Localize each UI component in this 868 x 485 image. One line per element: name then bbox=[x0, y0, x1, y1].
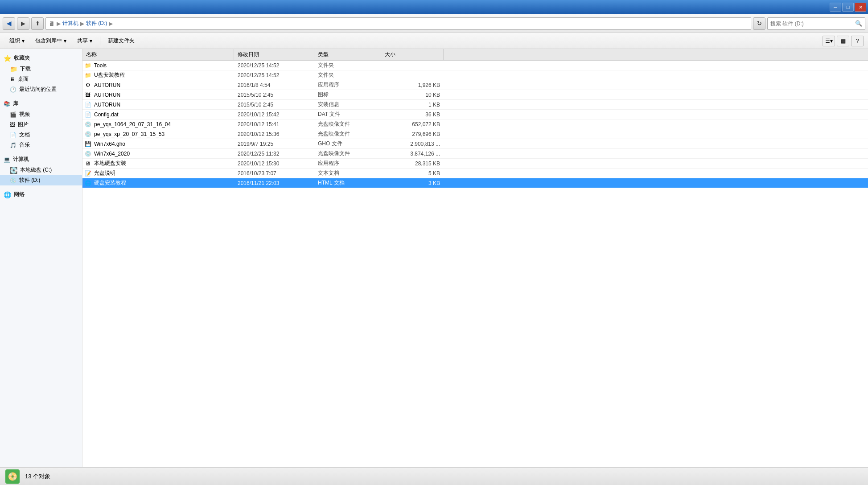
table-row[interactable]: 🖥 本地硬盘安装 2020/10/12 15:30 应用程序 28,315 KB bbox=[82, 159, 868, 169]
file-date: 2020/12/25 14:52 bbox=[234, 72, 314, 78]
file-date: 2020/12/25 14:52 bbox=[234, 62, 314, 69]
minimize-button[interactable]: ─ bbox=[830, 3, 841, 12]
breadcrumb-drive[interactable]: 软件 (D:) bbox=[86, 20, 107, 27]
file-name: pe_yqs_1064_20_07_31_16_04 bbox=[94, 121, 171, 127]
sidebar-item-desktop[interactable]: 🖥 桌面 bbox=[0, 74, 82, 84]
table-row[interactable]: 💿 pe_yqs_xp_20_07_31_15_53 2020/10/12 15… bbox=[82, 129, 868, 139]
table-row[interactable]: 📄 AUTORUN 2015/5/10 2:45 安装信息 1 KB bbox=[82, 100, 868, 110]
main-layout: ⭐ 收藏夹 📁 下载 🖥 桌面 🕐 最近访问的位置 📚 库 bbox=[0, 49, 868, 467]
file-name: Win7x64.gho bbox=[94, 141, 125, 147]
column-name-header[interactable]: 名称 bbox=[82, 49, 234, 60]
file-name: Tools bbox=[94, 62, 107, 69]
table-row[interactable]: 💿 pe_yqs_1064_20_07_31_16_04 2020/10/12 … bbox=[82, 119, 868, 129]
file-date: 2015/5/10 2:45 bbox=[234, 92, 314, 98]
file-size: 5 KB bbox=[381, 170, 444, 177]
file-name-cell: 📁 Tools bbox=[82, 62, 234, 69]
preview-button[interactable]: ▦ bbox=[837, 36, 849, 46]
toolbar: 组织 ▾ 包含到库中 ▾ 共享 ▾ 新建文件夹 ☰▾ ▦ ? bbox=[0, 33, 868, 49]
status-count-text: 13 个对象 bbox=[25, 473, 50, 481]
table-row[interactable]: 📝 光盘说明 2016/10/23 7:07 文本文档 5 KB bbox=[82, 169, 868, 178]
table-row[interactable]: 📄 Config.dat 2020/10/12 15:42 DAT 文件 36 … bbox=[82, 110, 868, 119]
file-type: 光盘映像文件 bbox=[314, 130, 381, 138]
toolbar-separator bbox=[100, 37, 100, 45]
table-row[interactable]: 💾 Win7x64.gho 2019/9/7 19:25 GHO 文件 2,90… bbox=[82, 139, 868, 149]
include-library-button[interactable]: 包含到库中 ▾ bbox=[30, 35, 71, 47]
file-name: 光盘说明 bbox=[94, 169, 115, 177]
sidebar-item-recent[interactable]: 🕐 最近访问的位置 bbox=[0, 84, 82, 95]
refresh-button[interactable]: ↻ bbox=[753, 17, 765, 30]
network-icon: 🌐 bbox=[4, 191, 11, 198]
desktop-icon: 🖥 bbox=[10, 76, 15, 82]
search-input[interactable] bbox=[770, 21, 853, 27]
table-row[interactable]: 💿 Win7x64_2020 2020/12/25 11:32 光盘映像文件 3… bbox=[82, 149, 868, 159]
file-type: 文件夹 bbox=[314, 62, 381, 69]
forward-button[interactable]: ▶ bbox=[17, 17, 29, 30]
sidebar-item-download[interactable]: 📁 下载 bbox=[0, 64, 82, 74]
sidebar-item-local-c[interactable]: 💽 本地磁盘 (C:) bbox=[0, 165, 82, 175]
file-icon: 💿 bbox=[84, 131, 91, 138]
file-name-cell: 📝 光盘说明 bbox=[82, 169, 234, 177]
file-name: 本地硬盘安装 bbox=[94, 160, 126, 167]
sidebar: ⭐ 收藏夹 📁 下载 🖥 桌面 🕐 最近访问的位置 📚 库 bbox=[0, 49, 82, 467]
sidebar-network-header[interactable]: 🌐 网络 bbox=[0, 189, 82, 200]
file-name-cell: 💿 pe_yqs_1064_20_07_31_16_04 bbox=[82, 121, 234, 128]
file-list: 📁 Tools 2020/12/25 14:52 文件夹 📁 U盘安装教程 20… bbox=[82, 61, 868, 467]
sidebar-computer-header[interactable]: 💻 计算机 bbox=[0, 154, 82, 165]
file-type: 安装信息 bbox=[314, 101, 381, 108]
back-button[interactable]: ◀ bbox=[3, 17, 15, 30]
file-date: 2020/12/25 11:32 bbox=[234, 151, 314, 157]
file-size: 10 KB bbox=[381, 92, 444, 98]
view-toggle-button[interactable]: ☰▾ bbox=[823, 36, 835, 46]
file-size: 36 KB bbox=[381, 111, 444, 118]
file-type: HTML 文档 bbox=[314, 179, 381, 187]
file-icon: 💿 bbox=[84, 150, 91, 157]
file-name: AUTORUN bbox=[94, 82, 120, 88]
table-row[interactable]: 📁 U盘安装教程 2020/12/25 14:52 文件夹 bbox=[82, 70, 868, 80]
maximize-button[interactable]: □ bbox=[842, 3, 854, 12]
file-type: 图标 bbox=[314, 91, 381, 99]
breadcrumb-bar: 🖥 ▶ 计算机 ▶ 软件 (D:) ▶ bbox=[45, 17, 751, 30]
new-folder-button[interactable]: 新建文件夹 bbox=[103, 35, 140, 47]
file-icon: 📝 bbox=[84, 170, 91, 177]
sidebar-item-doc[interactable]: 📄 文档 bbox=[0, 130, 82, 140]
sidebar-item-image[interactable]: 🖼 图片 bbox=[0, 119, 82, 130]
file-size: 652,072 KB bbox=[381, 121, 444, 127]
column-type-header[interactable]: 类型 bbox=[314, 49, 381, 60]
column-date-header[interactable]: 修改日期 bbox=[234, 49, 314, 60]
up-button[interactable]: ⬆ bbox=[31, 17, 44, 30]
breadcrumb-computer[interactable]: 计算机 bbox=[62, 20, 78, 27]
table-row[interactable]: 📁 Tools 2020/12/25 14:52 文件夹 bbox=[82, 61, 868, 70]
file-date: 2020/10/12 15:36 bbox=[234, 131, 314, 137]
star-icon: ⭐ bbox=[4, 55, 11, 62]
help-button[interactable]: ? bbox=[851, 36, 864, 46]
table-row[interactable]: ⚙ AUTORUN 2016/1/8 4:54 应用程序 1,926 KB bbox=[82, 80, 868, 90]
table-row[interactable]: 🖼 AUTORUN 2015/5/10 2:45 图标 10 KB bbox=[82, 90, 868, 100]
sidebar-item-music[interactable]: 🎵 音乐 bbox=[0, 140, 82, 150]
computer-icon: 💻 bbox=[4, 156, 10, 163]
file-date: 2020/10/12 15:41 bbox=[234, 121, 314, 127]
file-date: 2020/10/12 15:42 bbox=[234, 111, 314, 118]
organize-button[interactable]: 组织 ▾ bbox=[4, 35, 29, 47]
file-name-cell: 📁 U盘安装教程 bbox=[82, 71, 234, 79]
file-area: 名称 修改日期 类型 大小 📁 Tools 2020/12/25 14:52 文… bbox=[82, 49, 868, 467]
file-type: 应用程序 bbox=[314, 160, 381, 167]
share-button[interactable]: 共享 ▾ bbox=[72, 35, 97, 47]
drive-c-icon: 💽 bbox=[10, 167, 17, 174]
column-size-header[interactable]: 大小 bbox=[381, 49, 444, 60]
file-name-cell: 💾 Win7x64.gho bbox=[82, 140, 234, 148]
image-icon: 🖼 bbox=[10, 122, 15, 128]
sidebar-item-video[interactable]: 🎬 视频 bbox=[0, 109, 82, 119]
file-type: DAT 文件 bbox=[314, 111, 381, 118]
file-date: 2020/10/12 15:30 bbox=[234, 160, 314, 167]
recent-icon: 🕐 bbox=[10, 86, 16, 93]
close-button[interactable]: ✕ bbox=[855, 3, 866, 12]
toolbar-right: ☰▾ ▦ ? bbox=[823, 36, 864, 46]
table-row[interactable]: 🌐 硬盘安装教程 2016/11/21 22:03 HTML 文档 3 KB bbox=[82, 178, 868, 188]
file-name: Config.dat bbox=[94, 111, 119, 118]
sidebar-item-software-d[interactable]: 💿 软件 (D:) bbox=[0, 175, 82, 185]
status-app-icon: 📀 bbox=[5, 469, 20, 484]
music-icon: 🎵 bbox=[10, 142, 16, 148]
sidebar-favorites-header[interactable]: ⭐ 收藏夹 bbox=[0, 53, 82, 64]
sidebar-library-header[interactable]: 📚 库 bbox=[0, 98, 82, 109]
folder-icon: 📁 bbox=[10, 66, 17, 73]
